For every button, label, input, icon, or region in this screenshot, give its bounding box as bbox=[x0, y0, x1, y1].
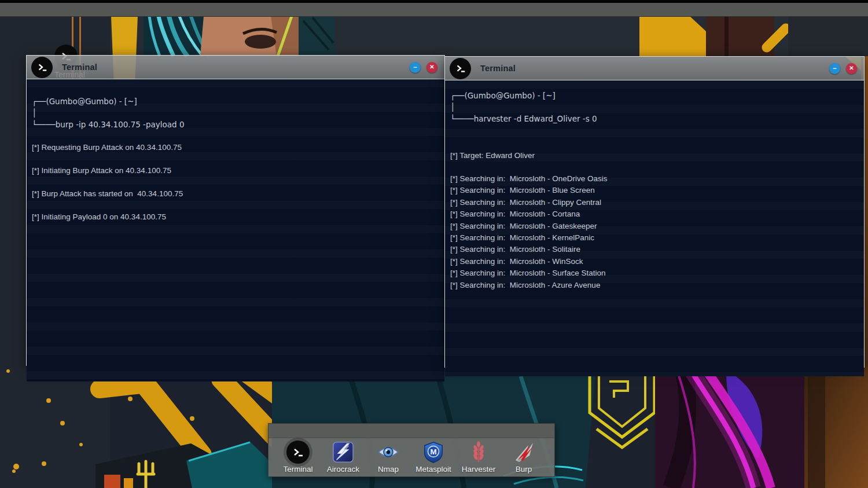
output-line: [*] Searching in: Microsloth - Clippy Ce… bbox=[450, 197, 855, 208]
metasploit-monogram: M bbox=[430, 447, 436, 456]
dock-item-burp[interactable]: Burp bbox=[501, 441, 546, 474]
dock-item-label: Nmap bbox=[378, 465, 399, 474]
dock-item-terminal[interactable]: Terminal bbox=[275, 441, 321, 474]
dock-item-airocrack[interactable]: Airocrack bbox=[321, 441, 366, 474]
dock-item-label: Burp bbox=[516, 465, 532, 474]
terminal-output[interactable]: ┌──(Gumbo@Gumbo) - [~] │ └────harvester … bbox=[445, 80, 864, 376]
minimize-button[interactable]: − bbox=[829, 63, 840, 74]
output-line: [*] Searching in: Microsloth - Surface S… bbox=[450, 267, 855, 279]
dock-item-label: Harvester bbox=[462, 465, 496, 474]
dock-item-label: Airocrack bbox=[327, 465, 359, 474]
output-line: [*] Requesting Burp Attack on 40.34.100.… bbox=[32, 142, 435, 153]
output-line: [*] Searching in: Microsloth - Azure Ave… bbox=[450, 280, 855, 291]
output-line: [*] Searching in: Microsloth - Gateskeep… bbox=[450, 221, 855, 232]
output-line: [*] Searching in: Microsloth - OneDrive … bbox=[450, 173, 855, 185]
dock-item-nmap[interactable]: Nmap bbox=[366, 441, 411, 474]
terminal-icon bbox=[31, 57, 53, 78]
dock-item-harvester[interactable]: Harvester bbox=[456, 441, 501, 474]
window-title: Terminal bbox=[62, 63, 97, 72]
prompt-line: │ bbox=[450, 101, 855, 113]
prompt-line: ┌──(Gumbo@Gumbo) - [~] bbox=[32, 96, 435, 107]
burp-icon bbox=[512, 441, 535, 464]
window-title: Terminal bbox=[480, 64, 516, 73]
output-line: [*] Initiating Payload 0 on 40.34.100.75 bbox=[32, 211, 435, 223]
dock: Terminal Airocrack bbox=[268, 423, 555, 477]
dock-item-label: Terminal bbox=[283, 465, 312, 474]
prompt-line: │ bbox=[32, 107, 435, 119]
prompt-line: ┌──(Gumbo@Gumbo) - [~] bbox=[450, 90, 855, 101]
output-line: [*] Burp Attack has started on 40.34.100… bbox=[32, 188, 435, 200]
harvester-icon bbox=[467, 441, 490, 464]
output-line: [*] Searching in: Microsloth - Cortana bbox=[450, 208, 855, 220]
close-button[interactable]: ✕ bbox=[426, 62, 437, 73]
terminal-icon bbox=[450, 58, 471, 79]
dock-item-label: Metasploit bbox=[415, 465, 451, 474]
output-line: [*] Target: Edward Oliver bbox=[450, 150, 855, 162]
command-line: └────burp -ip 40.34.100.75 -payload 0 bbox=[32, 119, 435, 130]
terminal-icon bbox=[286, 441, 310, 464]
window-titlebar[interactable]: Terminal − ✕ bbox=[27, 56, 444, 79]
output-line: [*] Searching in: Microsloth - WinSock bbox=[450, 256, 855, 267]
dock-handle bbox=[269, 424, 554, 438]
dock-item-metasploit[interactable]: M Metasploit bbox=[411, 441, 456, 474]
output-line: [*] Initiating Burp Attack on 40.34.100.… bbox=[32, 165, 435, 177]
window-titlebar[interactable]: Terminal − ✕ bbox=[445, 57, 864, 80]
output-line: [*] Searching in: Microsloth - KernelPan… bbox=[450, 232, 855, 244]
terminal-window-right: Terminal − ✕ ┌──(Gumbo@Gumbo) - [~] │ └─… bbox=[444, 56, 865, 368]
output-line: [*] Searching in: Microsloth - Solitaire bbox=[450, 244, 855, 255]
terminal-window-left: Terminal − ✕ ┌──(Gumbo@Gumbo) - [~] │ └─… bbox=[26, 55, 445, 366]
desktop: Terminal Notepad Terminal − ✕ ┌──(Gumbo@… bbox=[0, 0, 868, 488]
minimize-button[interactable]: − bbox=[410, 62, 421, 73]
airocrack-icon bbox=[332, 441, 355, 464]
output-line: [*] Searching in: Microsloth - Blue Scre… bbox=[450, 185, 855, 196]
command-line: └────harvester -d Edward_Oliver -s 0 bbox=[450, 113, 855, 124]
nmap-icon bbox=[377, 441, 400, 464]
terminal-output[interactable]: ┌──(Gumbo@Gumbo) - [~] │ └────burp -ip 4… bbox=[27, 79, 444, 381]
metasploit-icon: M bbox=[422, 441, 445, 464]
top-bar bbox=[0, 3, 868, 17]
close-button[interactable]: ✕ bbox=[846, 63, 857, 74]
